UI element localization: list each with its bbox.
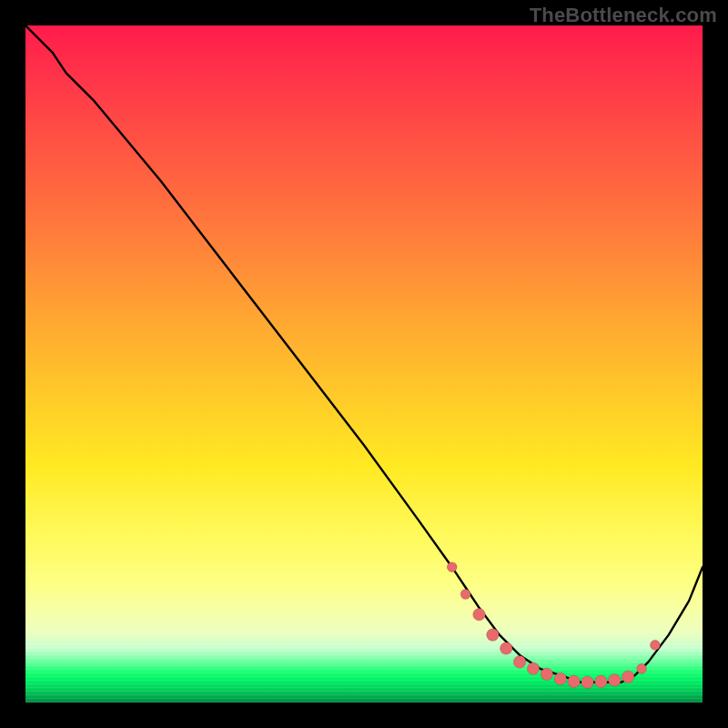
chart-dot bbox=[554, 672, 567, 685]
chart-dot bbox=[527, 662, 540, 675]
chart-dot bbox=[513, 656, 526, 669]
chart-dot bbox=[541, 668, 553, 681]
chart-dot bbox=[609, 674, 622, 687]
chart-dot bbox=[487, 629, 500, 642]
chart-dot bbox=[447, 562, 457, 572]
chart-dot bbox=[568, 675, 581, 688]
chart-dot bbox=[650, 640, 660, 650]
chart-highlight-dots bbox=[447, 562, 660, 689]
chart-dot bbox=[595, 675, 608, 688]
chart-dot bbox=[500, 642, 512, 655]
chart-dot bbox=[581, 676, 594, 689]
chart-dot bbox=[473, 609, 486, 622]
watermark-text: TheBottleneck.com bbox=[530, 4, 717, 27]
chart-curve-path bbox=[25, 25, 703, 682]
chart-dot bbox=[622, 671, 634, 683]
chart-plot-area bbox=[25, 25, 703, 703]
chart-dot bbox=[460, 590, 470, 600]
chart-svg bbox=[25, 25, 703, 703]
chart-dot bbox=[637, 663, 647, 673]
